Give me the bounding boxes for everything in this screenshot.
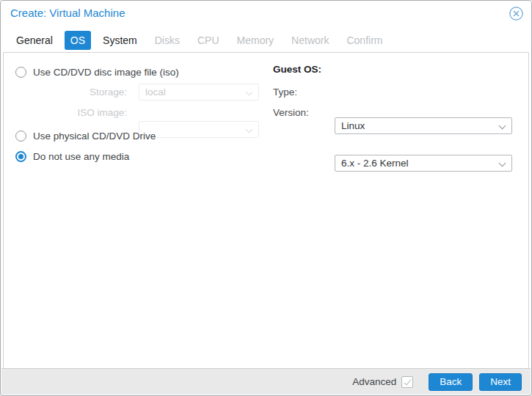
radio-icon-use-iso[interactable] (15, 67, 26, 78)
close-icon[interactable] (509, 7, 523, 21)
radio-label-use-iso: Use CD/DVD disc image file (iso) (33, 67, 179, 78)
next-button[interactable]: Next (479, 373, 522, 391)
radio-icon-no-media[interactable] (15, 151, 26, 162)
chevron-down-icon[interactable] (499, 160, 506, 167)
create-vm-dialog: Create: Virtual Machine General OS Syste… (0, 0, 532, 396)
dialog-title: Create: Virtual Machine (10, 7, 125, 19)
tab-os[interactable]: OS (65, 31, 91, 50)
tab-cpu: CPU (192, 31, 225, 50)
storage-combobox: local (139, 84, 259, 100)
os-tab-panel: Use CD/DVD disc image file (iso) Storage… (3, 52, 529, 369)
tab-system[interactable]: System (97, 31, 143, 50)
type-value: Linux (341, 120, 365, 131)
tab-network: Network (285, 31, 335, 50)
radio-label-physical-drive: Use physical CD/DVD Drive (33, 131, 156, 142)
chevron-down-icon (246, 89, 253, 96)
radio-option-no-media[interactable]: Do not use any media (15, 150, 129, 163)
radio-option-use-iso[interactable]: Use CD/DVD disc image file (iso) (15, 65, 179, 78)
tab-confirm: Confirm (340, 31, 388, 50)
tab-memory: Memory (231, 31, 280, 50)
version-combobox[interactable]: 6.x - 2.6 Kernel (335, 155, 512, 172)
tab-disks: Disks (149, 31, 186, 50)
storage-label: Storage: (4, 84, 127, 100)
radio-icon-physical-drive[interactable] (15, 131, 26, 142)
iso-image-combobox (139, 121, 259, 138)
iso-image-label: ISO image: (4, 104, 127, 121)
tab-general[interactable]: General (10, 31, 59, 50)
guest-os-heading: Guest OS: (273, 64, 321, 75)
wizard-tab-bar: General OS System Disks CPU Memory Netwo… (10, 30, 524, 51)
type-combobox[interactable]: Linux (335, 117, 512, 134)
chevron-down-icon (246, 126, 253, 133)
type-label: Type: (273, 84, 297, 100)
advanced-label: Advanced (352, 376, 396, 387)
storage-value: local (145, 87, 166, 98)
version-value: 6.x - 2.6 Kernel (341, 158, 409, 169)
chevron-down-icon[interactable] (499, 122, 506, 130)
advanced-checkbox[interactable] (401, 376, 413, 388)
back-button[interactable]: Back (429, 373, 473, 391)
radio-label-no-media: Do not use any media (33, 151, 129, 162)
footer-bar: Advanced Back Next (1, 368, 531, 395)
version-label: Version: (273, 104, 309, 121)
radio-option-physical-drive[interactable]: Use physical CD/DVD Drive (15, 129, 156, 142)
dialog-titlebar: Create: Virtual Machine (1, 1, 531, 26)
